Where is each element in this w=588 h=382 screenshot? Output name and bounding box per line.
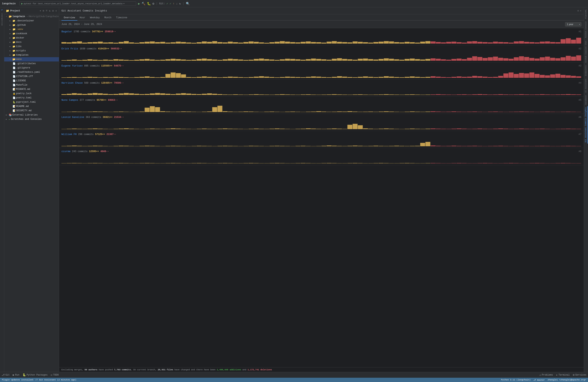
- svg-rect-84: [498, 42, 503, 43]
- svg-rect-14: [134, 43, 139, 43]
- svg-rect-312: [124, 93, 129, 95]
- tree-item-docs[interactable]: ▶ 📁 docs: [4, 40, 59, 44]
- collapse-icon[interactable]: ≡: [45, 9, 48, 13]
- svg-rect-557: [358, 125, 363, 129]
- tree-item-poetry-toml[interactable]: 📄 poetry.toml: [4, 96, 59, 100]
- sort-icon[interactable]: ⇅: [49, 9, 51, 13]
- services-panel-item[interactable]: ⚙ Services: [573, 373, 587, 377]
- tree-item-citation[interactable]: 📄 CITATION.cff: [4, 74, 59, 79]
- project-tool-icon[interactable]: P: [0, 8, 4, 12]
- svg-rect-369: [420, 95, 425, 95]
- bottom-toolbar: ⎇ Git ▶ Run 🐍 Python Packages ☑ TODO ⚠ P…: [0, 372, 588, 378]
- svg-rect-286: [509, 73, 514, 78]
- build-icon[interactable]: 🔨: [142, 2, 146, 6]
- right-tool-ai-assistant[interactable]: AI Assistant: [585, 77, 588, 94]
- tree-item-migrate[interactable]: 📝 MIGRATE.md: [4, 87, 59, 91]
- tool-close-icon[interactable]: ✕: [580, 9, 581, 12]
- tree-item-ext-libs[interactable]: ▶ 📚 External Libraries: [4, 113, 59, 117]
- settings-icon[interactable]: ⚙: [152, 2, 154, 6]
- tree-item-security[interactable]: 📝 SECURITY.md: [4, 108, 59, 113]
- svg-rect-35: [243, 42, 248, 43]
- svg-rect-778: [467, 163, 472, 163]
- svg-rect-620: [166, 146, 170, 146]
- tree-item-gitattributes[interactable]: 📄 .gitattributes: [4, 62, 59, 66]
- poetry-toml-label: poetry.toml: [16, 96, 32, 99]
- right-tool-database[interactable]: Database: [585, 94, 588, 106]
- svg-rect-301: [67, 94, 72, 95]
- svg-rect-65: [399, 42, 404, 43]
- tree-item-readme[interactable]: 📝 README.md: [4, 104, 59, 108]
- run-play-icon[interactable]: ▶: [138, 2, 140, 6]
- problems-panel-item[interactable]: ⚠ Problems: [539, 373, 553, 377]
- python-packages-tool-item[interactable]: 🐍 Python Packages: [22, 373, 48, 377]
- tab-month[interactable]: Month: [102, 16, 114, 21]
- right-tool-git-assistant[interactable]: Git Assistant Commits Insights: [584, 106, 588, 144]
- debug-icon[interactable]: 🐛: [147, 2, 151, 6]
- svg-rect-220: [166, 74, 170, 78]
- right-tool-copilot[interactable]: GitHub Copilot Chat: [585, 39, 588, 64]
- tree-item-cookbook[interactable]: ▶ 📁 cookbook: [4, 32, 59, 36]
- python-version[interactable]: Python 3.11 (langchain): [501, 379, 531, 381]
- svg-rect-61: [378, 42, 383, 43]
- tree-item-venv-top[interactable]: ▶ 📁 .venv: [4, 27, 59, 32]
- svg-rect-161: [378, 59, 383, 61]
- tree-item-poetry-lock[interactable]: 🔒 poetry.lock: [4, 91, 59, 96]
- terminal-label: Terminal: [558, 374, 570, 376]
- welcome-tool-icon[interactable]: Welcome: [0, 20, 4, 24]
- git-branch-status[interactable]: ⎇ master: [533, 379, 545, 381]
- tree-item-scratches[interactable]: ▶ ✏ Scratches and Consoles: [4, 117, 59, 121]
- svg-rect-589: [524, 129, 529, 129]
- search-icon[interactable]: 🔍: [186, 2, 190, 6]
- tree-root[interactable]: ▾ 📂 langchain ~/Work/github/langchain: [4, 14, 59, 19]
- svg-rect-746: [301, 163, 305, 163]
- right-tool-plantuml[interactable]: PlantUML: [585, 8, 588, 20]
- tree-item-devcontainer[interactable]: ▶ 📁 .devcontainer: [4, 19, 59, 23]
- svg-rect-536: [249, 129, 253, 129]
- right-tool-endpoints[interactable]: Endpoints: [585, 64, 588, 77]
- tab-timezone[interactable]: Timezone: [114, 16, 130, 21]
- right-tool-python-console[interactable]: Python Console: [585, 20, 588, 39]
- tab-hour[interactable]: Hour: [77, 16, 88, 21]
- svg-rect-22: [176, 42, 181, 43]
- svg-rect-623: [181, 146, 186, 147]
- svg-rect-476: [457, 112, 462, 112]
- tree-item-libs[interactable]: ▶ 📁 libs: [4, 44, 59, 49]
- tree-item-venv-main[interactable]: ▾ 📂 venv: [4, 57, 59, 62]
- svg-rect-267: [410, 76, 415, 78]
- file-tree-content: ▾ 📂 langchain ~/Work/github/langchain ▶ …: [4, 14, 59, 372]
- svg-rect-539: [264, 129, 269, 129]
- terminal-panel-item[interactable]: ▸ Terminal: [556, 373, 570, 377]
- svg-rect-257: [358, 77, 363, 78]
- settings-tree-icon[interactable]: ⚙: [52, 9, 54, 13]
- commit-tool-icon[interactable]: Commit: [0, 14, 4, 18]
- svg-rect-119: [160, 60, 165, 61]
- close-panel-icon[interactable]: ✕: [55, 9, 57, 13]
- chart-container: [62, 137, 581, 146]
- svg-rect-96: [561, 39, 566, 44]
- todo-tool-item[interactable]: ☑ TODO: [51, 373, 59, 377]
- deletions-count: 54675--: [114, 64, 124, 67]
- period-select[interactable]: 1 week 1 month 3 months 6 months 1 year …: [565, 22, 581, 26]
- run-config-pill[interactable]: ▶ pytest for test_recursive_url_loader.t…: [20, 1, 136, 6]
- tree-item-docker[interactable]: ▶ 📁 docker: [4, 36, 59, 40]
- tree-item-github[interactable]: ▶ 📁 .github: [4, 23, 59, 27]
- tree-item-readthedocs[interactable]: 📄 .readthedocs.yaml: [4, 70, 59, 74]
- tab-overview[interactable]: Overview: [62, 16, 77, 21]
- svg-rect-136: [249, 60, 253, 61]
- tree-item-makefile[interactable]: 📄 Makefile: [4, 83, 59, 87]
- tree-item-scripts[interactable]: ▶ 📁 scripts: [4, 49, 59, 53]
- tree-item-pyproject[interactable]: 🐍 pyproject.toml: [4, 100, 59, 104]
- tree-item-license[interactable]: 📄 LICENSE: [4, 79, 59, 83]
- svg-rect-642: [280, 146, 285, 146]
- tree-item-templates[interactable]: ▶ 📁 templates: [4, 53, 59, 57]
- tool-settings-icon[interactable]: ⚙: [578, 9, 579, 12]
- tree-item-gitignore[interactable]: 📄 .gitignore: [4, 66, 59, 70]
- locate-icon[interactable]: ⊕: [42, 9, 44, 13]
- run-tool-item[interactable]: ▶ Run: [13, 373, 20, 377]
- period-select-wrap[interactable]: 1 week 1 month 3 months 6 months 1 year …: [565, 22, 581, 26]
- svg-rect-278: [467, 77, 472, 78]
- svg-rect-249: [316, 77, 321, 78]
- tab-weekday[interactable]: Weekday: [87, 16, 102, 21]
- svg-rect-332: [228, 95, 233, 95]
- git-tool-item[interactable]: ⎇ Git: [1, 373, 10, 377]
